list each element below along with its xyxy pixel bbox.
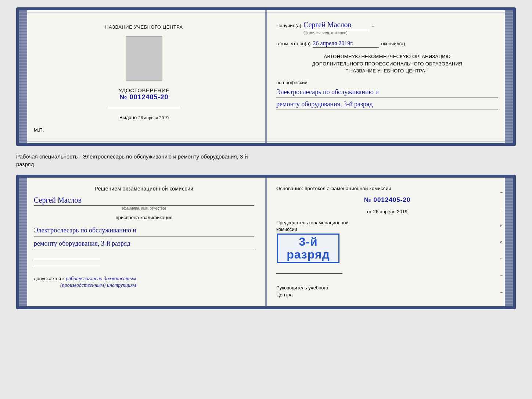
predsedatel-line2: комиссии bbox=[276, 226, 498, 233]
sig-line-2 bbox=[34, 266, 100, 266]
ot-date: 26 апреля 2019 bbox=[373, 209, 408, 214]
bottom-certificate-card: Решением экзаменационной комиссии Сергей… bbox=[16, 175, 516, 309]
prisvoena-label: присвоена квалификация bbox=[34, 215, 254, 220]
qualification-block: Электрослесарь по обслуживанию и ремонту… bbox=[34, 225, 254, 249]
mp-label: М.П. bbox=[34, 127, 44, 133]
vtom-date: 26 апреля 2019г. bbox=[313, 40, 379, 48]
profession-line2: ремонту оборудования, 3-й разряд bbox=[276, 99, 498, 110]
person-block: Сергей Маслов (фамилия, имя, отчество) bbox=[34, 196, 254, 210]
dopuskaetsya-label: допускается к bbox=[34, 276, 64, 281]
predsedatel-block: Председатель экзаменационной комиссии bbox=[276, 220, 498, 233]
org-line3: " НАЗВАНИЕ УЧЕБНОГО ЦЕНТРА " bbox=[276, 67, 498, 75]
photo-placeholder bbox=[126, 36, 162, 81]
annotation-dash-2: – bbox=[500, 206, 502, 211]
bottom-card-left-panel: Решением экзаменационной комиссии Сергей… bbox=[19, 178, 266, 306]
annotation-i: и bbox=[500, 223, 502, 228]
sig-line-1 bbox=[34, 259, 100, 259]
top-card-right-panel: Получил(а) Сергей Маслов (фамилия, имя, … bbox=[266, 10, 513, 143]
udost-number: № 0012405-20 bbox=[118, 93, 169, 101]
komissia-title: Решением экзаменационной комиссии bbox=[34, 186, 254, 192]
org-block: АВТОНОМНУЮ НЕКОММЕРЧЕСКУЮ ОРГАНИЗАЦИЮ ДО… bbox=[276, 53, 498, 75]
sig-line-right-1 bbox=[276, 273, 342, 274]
person-name-bottom: Сергей Маслов bbox=[34, 196, 254, 206]
fio-sublabel-bottom: (фамилия, имя, отчество) bbox=[34, 206, 254, 210]
date-ot-block: от 26 апреля 2019 bbox=[276, 209, 498, 214]
vydano-label: Выдано bbox=[119, 115, 137, 120]
rukovoditel-line1: Руководитель учебного bbox=[276, 285, 498, 291]
okonchil-label: окончил(а) bbox=[381, 41, 405, 46]
ot-label: от bbox=[367, 209, 372, 214]
sig-lines-block bbox=[34, 257, 254, 268]
poluchil-name: Сергей Маслов bbox=[303, 21, 370, 30]
org-line2: ДОПОЛНИТЕЛЬНОГО ПРОФЕССИОНАЛЬНОГО ОБРАЗО… bbox=[276, 60, 498, 68]
dopuskaetsya-block: допускается к работе согласно должностны… bbox=[34, 276, 254, 288]
vydano-date: 26 апреля 2019 bbox=[138, 115, 169, 121]
vtom-label: в том, что он(а) bbox=[276, 41, 310, 46]
stamp-box: 3-й разряд bbox=[277, 234, 339, 263]
poluchil-label: Получил(а) bbox=[276, 23, 301, 28]
between-text-block: Рабочая специальность - Электрослесарь п… bbox=[16, 153, 516, 168]
vtom-row: в том, что он(а) 26 апреля 2019г. окончи… bbox=[276, 40, 498, 48]
udost-title: УДОСТОВЕРЕНИЕ bbox=[118, 87, 169, 93]
signature-line-top bbox=[107, 108, 181, 108]
dopuskaetsya-value: работе согласно должностным bbox=[66, 276, 136, 282]
annotation-dash-3: – bbox=[500, 273, 502, 277]
udost-num-prefix: № bbox=[119, 93, 127, 101]
profession-line1: Электрослесарь по обслуживанию и bbox=[276, 87, 498, 98]
sig-line-right bbox=[276, 271, 498, 276]
dopuskaetsya-row: допускается к работе согласно должностны… bbox=[34, 276, 254, 282]
top-card-left-panel: НАЗВАНИЕ УЧЕБНОГО ЦЕНТРА УДОСТОВЕРЕНИЕ №… bbox=[19, 10, 266, 143]
annotation-dash-4: – bbox=[500, 290, 502, 294]
protocol-num-block: № 0012405-20 bbox=[276, 196, 498, 204]
osnovanie-label: Основание: протокол экзаменационной коми… bbox=[276, 186, 498, 191]
predsedatel-line1: Председатель экзаменационной bbox=[276, 220, 498, 226]
fio-sublabel-top: (фамилия, имя, отчество) bbox=[303, 31, 370, 35]
right-edge-annotations: – – и а ← – – bbox=[499, 178, 503, 306]
between-line1: Рабочая специальность - Электрослесарь п… bbox=[16, 153, 516, 160]
top-card-left-content: НАЗВАНИЕ УЧЕБНОГО ЦЕНТРА УДОСТОВЕРЕНИЕ №… bbox=[34, 21, 254, 121]
top-certificate-card: НАЗВАНИЕ УЧЕБНОГО ЦЕНТРА УДОСТОВЕРЕНИЕ №… bbox=[16, 7, 516, 146]
num-value: 0012405-20 bbox=[373, 196, 410, 203]
center-name-top: НАЗВАНИЕ УЧЕБНОГО ЦЕНТРА bbox=[105, 24, 183, 30]
vydano-row: Выдано 26 апреля 2019 bbox=[119, 115, 169, 121]
profession-block-top: по профессии Электрослесарь по обслужива… bbox=[276, 80, 498, 110]
qual-line2: ремонту оборудования, 3-й разряд bbox=[34, 238, 254, 250]
udostoverenie-block: УДОСТОВЕРЕНИЕ № 0012405-20 bbox=[118, 87, 169, 101]
annotation-a: а bbox=[500, 240, 502, 244]
num-prefix: № bbox=[364, 196, 371, 203]
bottom-card-right-panel: Основание: протокол экзаменационной коми… bbox=[266, 178, 513, 306]
po-professii-label: по профессии bbox=[276, 80, 498, 85]
poluchil-row: Получил(а) Сергей Маслов (фамилия, имя, … bbox=[276, 21, 498, 35]
rukovoditel-line2: Центра bbox=[276, 292, 498, 298]
stamp-text: 3-й разряд bbox=[278, 235, 338, 261]
between-line2: разряд bbox=[16, 160, 516, 168]
annotation-dash-1: – bbox=[500, 190, 502, 194]
dash-top: – bbox=[372, 23, 374, 29]
annotation-arrow: ← bbox=[499, 256, 503, 261]
udost-num-value: 0012405-20 bbox=[130, 93, 169, 101]
org-line1: АВТОНОМНУЮ НЕКОММЕРЧЕСКУЮ ОРГАНИЗАЦИЮ bbox=[276, 53, 498, 60]
qual-line1: Электрослесарь по обслуживанию и bbox=[34, 225, 254, 236]
rukovoditel-block: Руководитель учебного Центра bbox=[276, 285, 498, 298]
dopuskaetsya-value2: (производственным) инструкциям bbox=[60, 282, 254, 288]
